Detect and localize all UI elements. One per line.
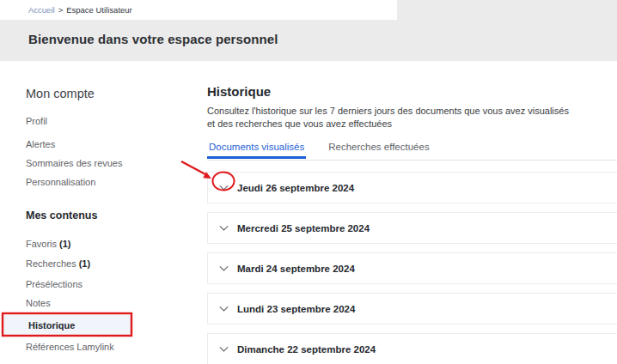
page-title: Bienvenue dans votre espace personnel xyxy=(28,32,278,46)
breadcrumb-home-link[interactable]: Accueil xyxy=(28,5,55,15)
description-line-1: Consultez l'historique sur les 7 dernier… xyxy=(207,105,569,118)
breadcrumb-separator: > xyxy=(58,5,64,15)
annotation-arrow-line xyxy=(181,161,205,174)
section-title-historique: Historique xyxy=(207,84,271,99)
tab-recherches-effectuees[interactable]: Recherches effectuées xyxy=(327,136,431,156)
sidebar-item-preselections[interactable]: Présélections xyxy=(26,279,82,289)
chevron-down-icon[interactable] xyxy=(217,181,230,194)
description-line-2: et des recherches que vous avez effectué… xyxy=(207,118,569,130)
tab-documents-visualises[interactable]: Documents visualisés xyxy=(207,136,306,159)
accordion-row-lundi[interactable]: Lundi 23 septembre 2024 xyxy=(207,293,617,325)
accordion-row-mardi[interactable]: Mardi 24 septembre 2024 xyxy=(207,252,617,284)
sidebar-item-personnalisation[interactable]: Personnalisation xyxy=(26,177,95,187)
sidebar-heading-mes-contenus: Mes contenus xyxy=(26,209,97,221)
sidebar-item-historique-active[interactable]: Historique xyxy=(3,315,131,335)
accordion-date-label: Lundi 23 septembre 2024 xyxy=(237,304,355,314)
accordion-date-label: Mercredi 25 septembre 2024 xyxy=(237,223,370,234)
chevron-down-icon[interactable] xyxy=(217,221,230,234)
chevron-down-icon[interactable] xyxy=(217,262,230,275)
chevron-down-icon[interactable] xyxy=(217,302,230,315)
accordion-date-label: Dimanche 22 septembre 2024 xyxy=(237,344,376,355)
history-tabs: Documents visualisés Recherches effectué… xyxy=(207,136,617,161)
espace-utilisateur-page: Accueil > Espace Utilisateur Bienvenue d… xyxy=(0,0,617,364)
section-description: Consultez l'historique sur les 7 dernier… xyxy=(207,105,569,130)
accordion-row-mercredi[interactable]: Mercredi 25 septembre 2024 xyxy=(207,212,617,244)
breadcrumb-current: Espace Utilisateur xyxy=(66,5,132,15)
sidebar-item-sommaires[interactable]: Sommaires des revues xyxy=(26,158,123,168)
sidebar-item-references-lamylink[interactable]: Références Lamylink xyxy=(26,342,114,352)
accordion-row-dimanche[interactable]: Dimanche 22 septembre 2024 xyxy=(207,333,617,364)
accordion-date-label: Jeudi 26 septembre 2024 xyxy=(237,183,354,193)
sidebar-item-label: Recherches xyxy=(26,258,76,269)
recherches-count-badge: (1) xyxy=(79,258,90,269)
sidebar-heading-mon-compte: Mon compte xyxy=(26,87,95,100)
accordion-row-jeudi[interactable]: Jeudi 26 septembre 2024 xyxy=(207,172,617,203)
breadcrumb: Accueil > Espace Utilisateur xyxy=(0,0,397,20)
sidebar-item-recherches[interactable]: Recherches(1) xyxy=(26,258,90,269)
accordion-date-label: Mardi 24 septembre 2024 xyxy=(237,264,355,274)
sidebar-item-favoris[interactable]: Favoris(1) xyxy=(26,239,71,249)
chevron-down-icon[interactable] xyxy=(217,343,230,355)
sidebar-item-alertes[interactable]: Alertes xyxy=(26,139,55,149)
sidebar-item-notes[interactable]: Notes xyxy=(26,298,51,308)
sidebar-item-label: Favoris xyxy=(26,239,57,249)
favoris-count-badge: (1) xyxy=(59,239,70,249)
sidebar-item-profil[interactable]: Profil xyxy=(26,116,47,126)
